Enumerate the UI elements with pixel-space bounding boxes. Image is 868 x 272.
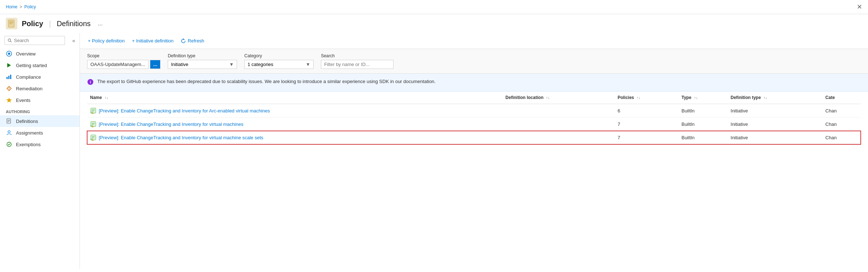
sidebar-collapse-button[interactable]: « <box>69 36 78 45</box>
sidebar-item-definitions-label: Definitions <box>16 119 38 124</box>
col-definition-location[interactable]: Definition location ↑↓ <box>502 91 615 104</box>
sidebar-item-getting-started[interactable]: Getting started <box>0 59 80 71</box>
row-name-link[interactable]: 🔒[Preview]: Enable ChangeTracking and In… <box>90 134 500 141</box>
row-name-text: [Preview]: Enable ChangeTracking and Inv… <box>99 135 263 140</box>
breadcrumb-home[interactable]: Home <box>6 4 17 9</box>
refresh-button[interactable]: Refresh <box>180 37 205 45</box>
table-row: 🔒[Preview]: Enable ChangeTracking and In… <box>87 118 861 131</box>
col-category-label: Cate <box>826 95 835 100</box>
main-content: + Policy definition + Initiative definit… <box>80 33 868 269</box>
definition-type-label: Definition type <box>168 53 237 58</box>
row-name-link[interactable]: 🔒[Preview]: Enable ChangeTracking and In… <box>90 121 500 127</box>
sidebar-item-events[interactable]: Events <box>0 94 80 106</box>
name-search-input[interactable] <box>321 60 394 69</box>
row-definition-location <box>502 118 615 131</box>
initiative-row-icon: 🔒 <box>90 121 97 127</box>
initiative-row-icon: 🔒 <box>90 134 97 141</box>
row-policies: 7 <box>615 131 678 144</box>
category-select[interactable]: 1 categories All categories <box>245 60 303 69</box>
col-definition-location-label: Definition location <box>505 95 543 100</box>
row-name-text: [Preview]: Enable ChangeTracking and Inv… <box>99 121 243 127</box>
scope-edit-button[interactable]: ... <box>150 60 160 69</box>
row-definition-type: Initiative <box>728 131 823 144</box>
svg-point-13 <box>9 89 9 90</box>
sidebar: « Overview Getting started Compliance <box>0 33 80 269</box>
page-subtitle: Definitions <box>57 20 90 28</box>
row-policies: 6 <box>615 104 678 118</box>
main-layout: « Overview Getting started Compliance <box>0 33 868 269</box>
definitions-table: Name ↑↓ Definition location ↑↓ Policies … <box>87 91 861 144</box>
search-filter: Search <box>321 53 394 69</box>
initiative-definition-button[interactable]: + Initiative definition <box>131 37 175 45</box>
sidebar-search-box[interactable] <box>4 36 65 45</box>
sidebar-item-compliance-label: Compliance <box>16 74 41 80</box>
scope-value[interactable]: OAAS-UpdateManagem... <box>87 60 148 69</box>
sidebar-item-getting-started-label: Getting started <box>16 63 47 68</box>
col-policies[interactable]: Policies ↑↓ <box>615 91 678 104</box>
getting-started-icon <box>6 62 12 69</box>
scope-label: Scope <box>87 53 160 58</box>
row-category: Chan <box>823 118 861 131</box>
col-name-sort-icon: ↑↓ <box>105 96 108 100</box>
refresh-icon <box>181 38 186 44</box>
exemptions-icon <box>6 141 12 148</box>
col-name-label: Name <box>90 95 102 100</box>
sidebar-item-assignments[interactable]: Assignments <box>0 127 80 139</box>
category-label: Category <box>244 53 314 58</box>
deprecation-notice: i The export to GitHub experience has be… <box>80 74 868 91</box>
close-button[interactable]: ✕ <box>857 3 862 11</box>
breadcrumb: Home > Policy <box>6 4 36 9</box>
row-category: Chan <box>823 104 861 118</box>
policy-definition-button[interactable]: + Policy definition <box>87 37 126 45</box>
row-policies: 7 <box>615 118 678 131</box>
filters-bar: Scope OAAS-UpdateManagem... ... Definiti… <box>80 49 868 74</box>
col-type-sort-icon: ↑↓ <box>694 96 698 100</box>
sidebar-search-row: « <box>0 33 80 48</box>
notice-icon: i <box>87 79 94 87</box>
definitions-table-container: Name ↑↓ Definition location ↑↓ Policies … <box>80 91 868 144</box>
svg-text:🔒: 🔒 <box>91 125 94 127</box>
sidebar-item-events-label: Events <box>16 98 30 103</box>
sidebar-item-compliance[interactable]: Compliance <box>0 71 80 83</box>
col-policies-label: Policies <box>618 95 634 100</box>
toolbar: + Policy definition + Initiative definit… <box>80 33 868 49</box>
sidebar-item-definitions[interactable]: Definitions <box>0 115 80 127</box>
definition-type-select[interactable]: Initiative Policy <box>168 60 226 69</box>
remediation-icon <box>6 85 12 92</box>
sidebar-item-exemptions[interactable]: Exemptions <box>0 139 80 150</box>
row-definition-type: Initiative <box>728 118 823 131</box>
sidebar-item-overview[interactable]: Overview <box>0 48 80 59</box>
svg-point-4 <box>8 39 11 41</box>
col-def-type-sort-icon: ↑↓ <box>763 96 767 100</box>
svg-text:i: i <box>90 80 91 84</box>
col-def-loc-sort-icon: ↑↓ <box>546 96 550 100</box>
col-name[interactable]: Name ↑↓ <box>87 91 502 104</box>
scope-filter: Scope OAAS-UpdateManagem... ... <box>87 53 160 69</box>
row-type: BuiltIn <box>678 118 728 131</box>
top-bar: Home > Policy ✕ <box>0 0 868 14</box>
breadcrumb-policy[interactable]: Policy <box>24 4 36 9</box>
title-separator: | <box>49 20 51 28</box>
definition-type-select-wrapper[interactable]: Initiative Policy ▼ <box>168 60 237 69</box>
row-name-text: [Preview]: Enable ChangeTracking and Inv… <box>99 108 270 114</box>
row-name-link[interactable]: 🔒[Preview]: Enable ChangeTracking and In… <box>90 107 500 114</box>
more-options-button[interactable]: ... <box>98 20 103 27</box>
events-icon <box>6 97 12 103</box>
col-type[interactable]: Type ↑↓ <box>678 91 728 104</box>
page-header: Policy | Definitions ... <box>0 14 868 33</box>
col-def-type-label: Definition type <box>731 95 761 100</box>
sidebar-item-remediation[interactable]: Remediation <box>0 83 80 94</box>
sidebar-item-assignments-label: Assignments <box>16 130 43 136</box>
page-title: Policy <box>22 20 43 28</box>
compliance-icon <box>6 74 12 80</box>
category-select-wrapper[interactable]: 1 categories All categories ▼ <box>244 60 314 69</box>
sidebar-item-remediation-label: Remediation <box>16 86 42 91</box>
svg-point-7 <box>8 53 10 55</box>
table-row: 🔒[Preview]: Enable ChangeTracking and In… <box>87 131 861 144</box>
col-policies-sort-icon: ↑↓ <box>637 96 640 100</box>
sidebar-search-input[interactable] <box>14 38 62 43</box>
breadcrumb-separator: > <box>20 4 22 9</box>
col-definition-type[interactable]: Definition type ↑↓ <box>728 91 823 104</box>
sidebar-item-overview-label: Overview <box>16 51 36 57</box>
row-definition-location <box>502 104 615 118</box>
